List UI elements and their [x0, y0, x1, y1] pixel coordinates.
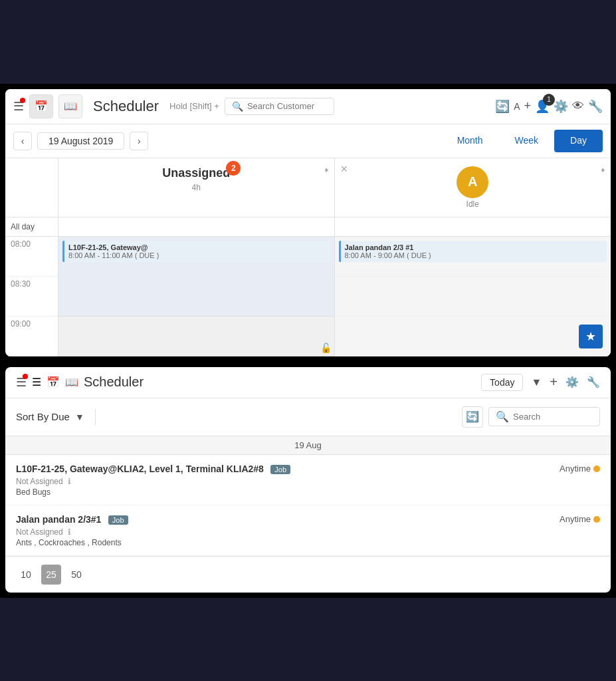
time-dot-1 — [593, 466, 600, 472]
list-search-box[interactable]: 🔍 — [488, 407, 600, 426]
sort-select[interactable]: Sort By Due ▼ — [16, 411, 84, 422]
unassigned-sub: 4h — [192, 183, 201, 192]
page-25[interactable]: 25 — [41, 565, 61, 585]
job-badge-1: Job — [270, 465, 290, 474]
current-date: 19 August 2019 — [37, 132, 124, 150]
list-search-input[interactable] — [513, 412, 593, 422]
avatar-label: Idle — [466, 200, 479, 209]
time-09-00: 09:00 — [5, 317, 58, 356]
menu-icon[interactable]: ☰ — [13, 99, 24, 114]
filter-icon[interactable]: ▼ — [531, 376, 542, 388]
calendar-icon-btn[interactable]: 📅 — [29, 94, 53, 118]
date-section: 19 Aug — [5, 436, 611, 455]
page-10[interactable]: 10 — [16, 565, 36, 585]
bottom-actions: Today ▼ + ⚙️ 🔧 — [481, 374, 600, 391]
date-nav: ‹ 19 August 2019 › Month Week Day — [5, 124, 611, 158]
bottom-wrench-icon[interactable]: 🔧 — [587, 376, 600, 388]
bottom-header: ☰ ☰ 📅 📖 Scheduler Today ▼ + ⚙️ 🔧 — [5, 367, 611, 398]
job-time-2: Anytime — [560, 514, 600, 524]
job-desc-2: Ants , Cockroaches , Rodents — [16, 538, 600, 547]
page-title: Scheduler — [93, 98, 159, 115]
job-item-1[interactable]: L10F-21-25, Gateway@KLIA2, Level 1, Term… — [5, 455, 611, 505]
pin-icon[interactable]: ⬧ — [324, 164, 329, 174]
list-refresh-btn[interactable]: 🔄 — [462, 406, 483, 428]
header-actions: 🔄 A + 👤 1 ⚙️ 👁 🔧 — [495, 99, 603, 114]
time-08-00: 08:00 — [5, 237, 58, 277]
search-right: 🔄 🔍 — [462, 406, 600, 428]
all-day-cell-2 — [335, 217, 611, 236]
job-badge-2: Job — [108, 515, 128, 525]
unassigned-title: Unassigned 2 — [162, 166, 230, 180]
add-icon[interactable]: + — [524, 99, 531, 113]
search-icon: 🔍 — [232, 101, 243, 112]
event-time-1: 8:00 AM - 11:00 AM ( DUE ) — [68, 251, 326, 259]
job-title-1: L10F-21-25, Gateway@KLIA2, Level 1, Term… — [16, 464, 264, 474]
add-job-icon[interactable]: + — [550, 374, 558, 390]
event-item-1[interactable]: L10F-21-25, Gateway@ 8:00 AM - 11:00 AM … — [62, 241, 330, 262]
bottom-list-icon-btn[interactable]: ☰ — [32, 376, 41, 388]
event-title-2: Jalan pandan 2/3 #1 — [345, 243, 603, 251]
prev-date-btn[interactable]: ‹ — [13, 132, 32, 150]
wrench-icon[interactable]: 🔧 — [588, 99, 603, 114]
event-slot-empty-3[interactable] — [335, 317, 611, 356]
pin-col-icon[interactable]: ⬧ — [600, 164, 605, 174]
header-subtitle: Hold [Shift] + — [169, 101, 219, 111]
book-icon-btn[interactable]: 📖 — [58, 94, 82, 118]
sort-label: Sort By Due — [16, 411, 70, 422]
avatar: A — [457, 166, 488, 198]
next-date-btn[interactable]: › — [130, 132, 148, 150]
bottom-notification-dot — [23, 374, 28, 379]
bottom-book-icon-btn[interactable]: 📖 — [65, 376, 78, 388]
lock-icon: 🔓 — [320, 342, 332, 353]
pagination: 10 25 50 — [5, 556, 611, 593]
job-sub-1: Not Assigned ℹ — [16, 477, 600, 486]
job-item-2[interactable]: Jalan pandan 2/3#1 Job Anytime Not Assig… — [5, 505, 611, 556]
event-time-2: 8:00 AM - 9:00 AM ( DUE ) — [345, 251, 603, 259]
all-day-cell-1 — [58, 217, 335, 236]
event-slot-empty-2[interactable] — [335, 277, 611, 317]
job-time-1: Anytime — [560, 464, 600, 474]
info-icon-2[interactable]: ℹ — [68, 527, 71, 537]
search-input[interactable] — [247, 101, 327, 111]
sort-arrow-icon: ▼ — [75, 412, 84, 422]
all-day-label: All day — [5, 217, 58, 236]
job-sub-2: Not Assigned ℹ — [16, 527, 600, 537]
tab-week[interactable]: Week — [499, 130, 555, 152]
time-08-30: 08:30 — [5, 277, 58, 317]
eye-icon[interactable]: 👁 — [572, 99, 584, 113]
bottom-calendar-icon-btn[interactable]: 📅 — [47, 376, 60, 388]
tab-month[interactable]: Month — [441, 130, 499, 152]
close-col-icon[interactable]: ✕ — [340, 164, 348, 174]
event-title-1: L10F-21-25, Gateway@ — [68, 243, 326, 251]
sort-divider — [95, 409, 96, 425]
job-desc-1: Bed Bugs — [16, 487, 600, 497]
event-slot-empty-1[interactable]: 🔓 — [58, 317, 334, 356]
event-item-2[interactable]: Jalan pandan 2/3 #1 8:00 AM - 9:00 AM ( … — [339, 241, 607, 262]
refresh-icon[interactable]: 🔄 — [495, 99, 510, 114]
list-search-icon: 🔍 — [496, 410, 509, 423]
info-icon-1[interactable]: ℹ — [68, 477, 71, 486]
tab-day[interactable]: Day — [554, 130, 603, 152]
event-slot-1[interactable]: L10F-21-25, Gateway@ 8:00 AM - 11:00 AM … — [58, 237, 334, 317]
user-icon[interactable]: 👤 1 — [535, 99, 550, 114]
bottom-page-title: Scheduler — [84, 374, 144, 390]
star-button[interactable]: ★ — [579, 325, 603, 348]
page-50[interactable]: 50 — [66, 565, 86, 585]
search-box[interactable]: 🔍 — [225, 98, 334, 115]
view-tabs: Month Week Day — [441, 130, 603, 152]
sort-bar: Sort By Due ▼ 🔄 🔍 — [5, 398, 611, 436]
unassigned-badge: 2 — [226, 161, 241, 176]
event-slot-2[interactable]: Jalan pandan 2/3 #1 8:00 AM - 9:00 AM ( … — [335, 237, 611, 277]
font-icon[interactable]: A — [514, 101, 520, 112]
job-title-2: Jalan pandan 2/3#1 — [16, 514, 101, 525]
time-dot-2 — [593, 516, 600, 523]
notification-dot — [20, 98, 25, 103]
today-btn[interactable]: Today — [481, 374, 523, 391]
bottom-menu-icon[interactable]: ☰ — [16, 375, 27, 390]
bottom-gear-icon[interactable]: ⚙️ — [565, 376, 579, 388]
gear-icon[interactable]: ⚙️ — [554, 99, 568, 114]
